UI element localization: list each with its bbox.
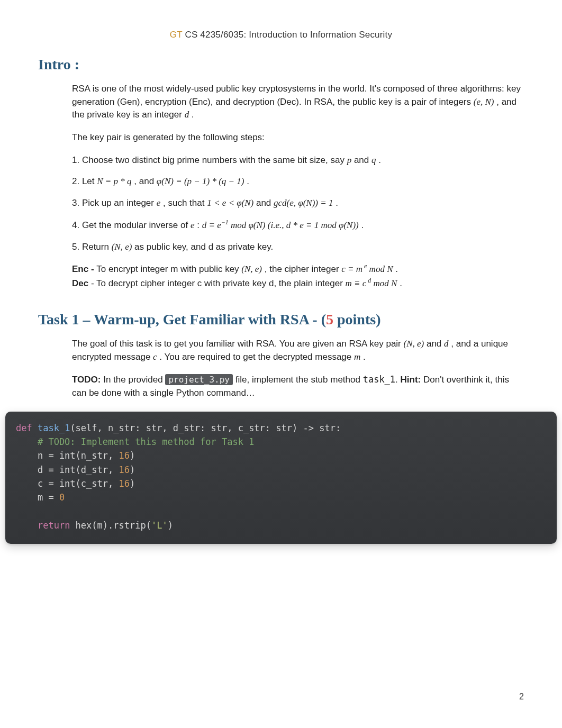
step-5: 5. Return (N, e) as public key, and d as… — [72, 241, 524, 254]
task1-paragraph-1: The goal of this task is to get you fami… — [72, 338, 524, 363]
filename-code: project_3.py — [165, 374, 233, 385]
intro-content: RSA is one of the most widely-used publi… — [72, 83, 524, 290]
intro-paragraph-2: The key pair is generated by the followi… — [72, 131, 524, 144]
enc-line: Enc - To encrypt integer m with public k… — [72, 262, 524, 290]
header-gt: GT — [170, 30, 183, 40]
task1-content: The goal of this task is to get you fami… — [72, 338, 524, 400]
step-4: 4. Get the modular inverse of e : d ≡ e−… — [72, 218, 524, 232]
task1-todo: TODO: In the provided project_3.py file,… — [72, 373, 524, 399]
header-course: CS 4235/6035: Introduction to Informatio… — [183, 30, 393, 40]
code-block: def task_1(self, n_str: str, d_str: str,… — [5, 412, 557, 544]
intro-paragraph-1: RSA is one of the most widely-used publi… — [72, 83, 524, 122]
step-2: 2. Let N = p * q , and φ(N) = (p − 1) * … — [72, 175, 524, 188]
step-3: 3. Pick up an integer e , such that 1 < … — [72, 197, 524, 210]
method-name: task_1 — [363, 374, 395, 385]
page-number: 2 — [519, 692, 524, 702]
page-header: GT CS 4235/6035: Introduction to Informa… — [38, 30, 524, 40]
task1-heading: Task 1 – Warm-up, Get Familiar with RSA … — [38, 311, 524, 328]
step-1: 1. Choose two distinct big prime numbers… — [72, 154, 524, 167]
intro-heading: Intro : — [38, 56, 524, 73]
